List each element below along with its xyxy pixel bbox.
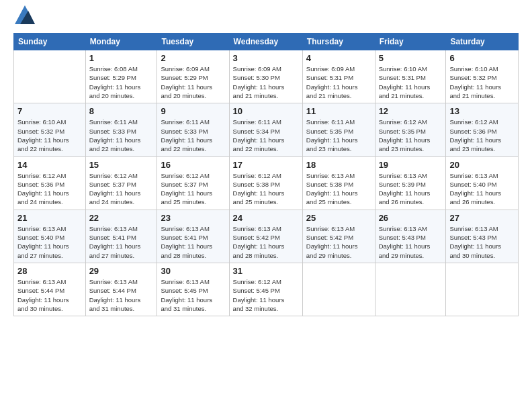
calendar-cell: 18Sunrise: 6:13 AM Sunset: 5:38 PM Dayli…	[302, 156, 375, 210]
calendar-cell: 17Sunrise: 6:12 AM Sunset: 5:38 PM Dayli…	[229, 156, 302, 210]
day-number: 5	[379, 53, 443, 63]
calendar-cell: 14Sunrise: 6:12 AM Sunset: 5:36 PM Dayli…	[14, 156, 86, 210]
header	[13, 10, 519, 26]
calendar-cell: 26Sunrise: 6:13 AM Sunset: 5:43 PM Dayli…	[375, 210, 446, 263]
day-info: Sunrise: 6:13 AM Sunset: 5:44 PM Dayligh…	[89, 277, 154, 313]
calendar-cell: 10Sunrise: 6:11 AM Sunset: 5:34 PM Dayli…	[229, 103, 302, 156]
day-number: 12	[379, 106, 443, 116]
calendar-cell: 2Sunrise: 6:09 AM Sunset: 5:29 PM Daylig…	[157, 50, 229, 103]
day-info: Sunrise: 6:12 AM Sunset: 5:36 PM Dayligh…	[17, 171, 82, 207]
calendar-week-1: 1Sunrise: 6:08 AM Sunset: 5:29 PM Daylig…	[14, 50, 519, 103]
day-number: 10	[233, 106, 299, 116]
calendar-header-saturday: Saturday	[446, 34, 519, 50]
calendar-cell: 8Sunrise: 6:11 AM Sunset: 5:33 PM Daylig…	[85, 103, 157, 156]
day-number: 31	[233, 266, 299, 276]
day-info: Sunrise: 6:10 AM Sunset: 5:32 PM Dayligh…	[17, 118, 82, 153]
calendar-header-row: SundayMondayTuesdayWednesdayThursdayFrid…	[14, 34, 519, 50]
day-info: Sunrise: 6:13 AM Sunset: 5:40 PM Dayligh…	[449, 171, 515, 207]
calendar-cell: 23Sunrise: 6:13 AM Sunset: 5:41 PM Dayli…	[157, 210, 229, 263]
day-number: 30	[161, 266, 225, 276]
calendar-cell: 12Sunrise: 6:12 AM Sunset: 5:35 PM Dayli…	[375, 103, 446, 156]
day-info: Sunrise: 6:13 AM Sunset: 5:43 PM Dayligh…	[449, 224, 515, 260]
day-info: Sunrise: 6:13 AM Sunset: 5:38 PM Dayligh…	[306, 171, 371, 207]
logo-icon	[15, 5, 35, 24]
calendar-cell: 21Sunrise: 6:13 AM Sunset: 5:40 PM Dayli…	[14, 210, 86, 263]
day-info: Sunrise: 6:13 AM Sunset: 5:39 PM Dayligh…	[379, 171, 443, 207]
day-info: Sunrise: 6:13 AM Sunset: 5:41 PM Dayligh…	[161, 224, 225, 260]
day-info: Sunrise: 6:13 AM Sunset: 5:41 PM Dayligh…	[89, 224, 154, 260]
calendar-table: SundayMondayTuesdayWednesdayThursdayFrid…	[13, 33, 519, 316]
day-number: 3	[233, 53, 299, 63]
day-number: 6	[449, 53, 515, 63]
day-info: Sunrise: 6:12 AM Sunset: 5:45 PM Dayligh…	[233, 277, 299, 313]
calendar-cell	[302, 263, 375, 316]
calendar-cell: 20Sunrise: 6:13 AM Sunset: 5:40 PM Dayli…	[446, 156, 519, 210]
day-number: 24	[233, 213, 299, 223]
day-number: 17	[233, 160, 299, 170]
calendar-cell: 30Sunrise: 6:13 AM Sunset: 5:45 PM Dayli…	[157, 263, 229, 316]
day-number: 14	[17, 160, 82, 170]
day-number: 26	[379, 213, 443, 223]
day-info: Sunrise: 6:09 AM Sunset: 5:30 PM Dayligh…	[233, 64, 299, 100]
calendar-cell: 16Sunrise: 6:12 AM Sunset: 5:37 PM Dayli…	[157, 156, 229, 210]
calendar-cell: 1Sunrise: 6:08 AM Sunset: 5:29 PM Daylig…	[85, 50, 157, 103]
calendar-week-5: 28Sunrise: 6:13 AM Sunset: 5:44 PM Dayli…	[14, 263, 519, 316]
day-info: Sunrise: 6:12 AM Sunset: 5:37 PM Dayligh…	[89, 171, 154, 207]
calendar-cell	[375, 263, 446, 316]
calendar-cell: 3Sunrise: 6:09 AM Sunset: 5:30 PM Daylig…	[229, 50, 302, 103]
day-info: Sunrise: 6:12 AM Sunset: 5:37 PM Dayligh…	[161, 171, 225, 207]
day-info: Sunrise: 6:10 AM Sunset: 5:31 PM Dayligh…	[379, 64, 443, 100]
calendar-cell: 6Sunrise: 6:10 AM Sunset: 5:32 PM Daylig…	[446, 50, 519, 103]
day-info: Sunrise: 6:12 AM Sunset: 5:36 PM Dayligh…	[449, 118, 515, 153]
calendar-cell: 31Sunrise: 6:12 AM Sunset: 5:45 PM Dayli…	[229, 263, 302, 316]
calendar-week-4: 21Sunrise: 6:13 AM Sunset: 5:40 PM Dayli…	[14, 210, 519, 263]
day-info: Sunrise: 6:09 AM Sunset: 5:29 PM Dayligh…	[161, 64, 225, 100]
calendar-cell: 7Sunrise: 6:10 AM Sunset: 5:32 PM Daylig…	[14, 103, 86, 156]
day-info: Sunrise: 6:11 AM Sunset: 5:33 PM Dayligh…	[161, 118, 225, 153]
day-info: Sunrise: 6:13 AM Sunset: 5:42 PM Dayligh…	[306, 224, 371, 260]
calendar-cell: 4Sunrise: 6:09 AM Sunset: 5:31 PM Daylig…	[302, 50, 375, 103]
calendar-header-friday: Friday	[375, 34, 446, 50]
day-info: Sunrise: 6:11 AM Sunset: 5:34 PM Dayligh…	[233, 118, 299, 153]
day-number: 9	[161, 106, 225, 116]
calendar-cell: 15Sunrise: 6:12 AM Sunset: 5:37 PM Dayli…	[85, 156, 157, 210]
calendar-cell: 25Sunrise: 6:13 AM Sunset: 5:42 PM Dayli…	[302, 210, 375, 263]
day-number: 25	[306, 213, 371, 223]
day-number: 18	[306, 160, 371, 170]
day-info: Sunrise: 6:11 AM Sunset: 5:33 PM Dayligh…	[89, 118, 154, 153]
day-info: Sunrise: 6:13 AM Sunset: 5:42 PM Dayligh…	[233, 224, 299, 260]
day-info: Sunrise: 6:13 AM Sunset: 5:40 PM Dayligh…	[17, 224, 82, 260]
day-number: 16	[161, 160, 225, 170]
day-number: 27	[449, 213, 515, 223]
calendar-header-sunday: Sunday	[14, 34, 86, 50]
day-info: Sunrise: 6:10 AM Sunset: 5:32 PM Dayligh…	[449, 64, 515, 100]
calendar-cell: 11Sunrise: 6:11 AM Sunset: 5:35 PM Dayli…	[302, 103, 375, 156]
day-number: 21	[17, 213, 82, 223]
day-number: 13	[449, 106, 515, 116]
day-number: 11	[306, 106, 371, 116]
day-number: 28	[17, 266, 82, 276]
calendar-week-2: 7Sunrise: 6:10 AM Sunset: 5:32 PM Daylig…	[14, 103, 519, 156]
calendar-week-3: 14Sunrise: 6:12 AM Sunset: 5:36 PM Dayli…	[14, 156, 519, 210]
calendar-cell: 28Sunrise: 6:13 AM Sunset: 5:44 PM Dayli…	[14, 263, 86, 316]
calendar-cell: 5Sunrise: 6:10 AM Sunset: 5:31 PM Daylig…	[375, 50, 446, 103]
day-info: Sunrise: 6:11 AM Sunset: 5:35 PM Dayligh…	[306, 118, 371, 153]
calendar-header-thursday: Thursday	[302, 34, 375, 50]
calendar-cell: 19Sunrise: 6:13 AM Sunset: 5:39 PM Dayli…	[375, 156, 446, 210]
calendar-cell: 22Sunrise: 6:13 AM Sunset: 5:41 PM Dayli…	[85, 210, 157, 263]
calendar-cell: 27Sunrise: 6:13 AM Sunset: 5:43 PM Dayli…	[446, 210, 519, 263]
calendar-cell: 9Sunrise: 6:11 AM Sunset: 5:33 PM Daylig…	[157, 103, 229, 156]
calendar-cell: 24Sunrise: 6:13 AM Sunset: 5:42 PM Dayli…	[229, 210, 302, 263]
day-number: 22	[89, 213, 154, 223]
logo	[13, 10, 35, 26]
day-info: Sunrise: 6:13 AM Sunset: 5:45 PM Dayligh…	[161, 277, 225, 313]
calendar-cell	[446, 263, 519, 316]
calendar-cell: 29Sunrise: 6:13 AM Sunset: 5:44 PM Dayli…	[85, 263, 157, 316]
day-number: 2	[161, 53, 225, 63]
day-number: 29	[89, 266, 154, 276]
day-number: 8	[89, 106, 154, 116]
calendar-header-monday: Monday	[85, 34, 157, 50]
day-info: Sunrise: 6:12 AM Sunset: 5:35 PM Dayligh…	[379, 118, 443, 153]
day-number: 7	[17, 106, 82, 116]
calendar-header-tuesday: Tuesday	[157, 34, 229, 50]
